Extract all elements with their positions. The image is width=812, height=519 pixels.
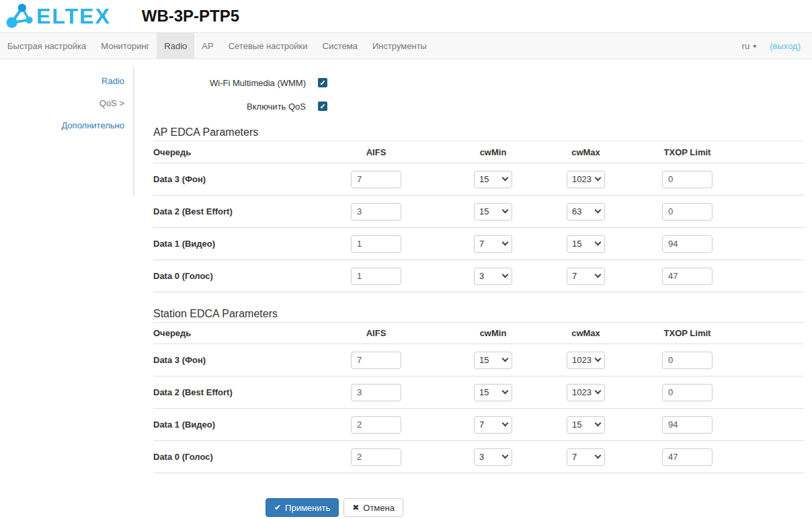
station-edca-table: Очередь AIFS cwMin cwMax TXOP Limit Data… bbox=[153, 323, 804, 473]
cwmax-select[interactable]: 15 bbox=[567, 235, 605, 253]
tab-tools[interactable]: Инструменты bbox=[365, 33, 434, 58]
station-edca-title: Station EDCA Parameters bbox=[153, 308, 804, 323]
tab-quick-setup[interactable]: Быстрая настройка bbox=[0, 33, 93, 58]
logout-link[interactable]: (выход) bbox=[770, 41, 801, 51]
aifs-input[interactable] bbox=[351, 416, 401, 434]
txop-input[interactable] bbox=[662, 384, 713, 401]
tab-system[interactable]: Система bbox=[315, 33, 365, 58]
aifs-input[interactable] bbox=[351, 171, 401, 188]
chevron-down-icon bbox=[595, 272, 602, 278]
txop-input[interactable] bbox=[662, 171, 713, 188]
tab-ap[interactable]: AP bbox=[194, 33, 220, 58]
wmm-checkbox[interactable]: ✓ bbox=[318, 78, 327, 87]
cwmax-select[interactable]: 15 bbox=[567, 416, 605, 434]
tab-radio[interactable]: Radio bbox=[157, 33, 194, 58]
tab-monitoring[interactable]: Мониторинг bbox=[93, 33, 157, 58]
cwmin-select[interactable]: 7 bbox=[474, 235, 512, 253]
table-row: Data 3 (Фон) 15 1023 bbox=[153, 163, 804, 196]
col-header-txop: TXOP Limit bbox=[662, 147, 713, 157]
queue-label: Data 2 (Best Effort) bbox=[153, 387, 351, 397]
table-header-row: Очередь AIFS cwMin cwMax TXOP Limit bbox=[153, 323, 804, 344]
wmm-label: Wi-Fi Multimedia (WMM) bbox=[153, 78, 306, 88]
nav-right: ru ▾ (выход) bbox=[742, 33, 812, 58]
table-row: Data 1 (Видео) 7 15 bbox=[153, 409, 804, 441]
eltex-logo[interactable]: ELTEX bbox=[5, 3, 111, 30]
language-dropdown[interactable]: ru ▾ bbox=[742, 41, 757, 51]
eltex-molecule-icon bbox=[5, 3, 35, 30]
aifs-input[interactable] bbox=[351, 268, 401, 285]
queue-label: Data 1 (Видео) bbox=[153, 420, 351, 430]
table-row: Data 1 (Видео) 7 15 bbox=[153, 228, 804, 260]
aifs-input[interactable] bbox=[351, 352, 401, 369]
cwmin-select[interactable]: 15 bbox=[474, 384, 512, 401]
wmm-row: Wi-Fi Multimedia (WMM) ✓ bbox=[153, 75, 804, 91]
chevron-down-icon bbox=[502, 239, 509, 246]
apply-button[interactable]: ✔ Применить bbox=[266, 498, 339, 517]
txop-input[interactable] bbox=[662, 235, 713, 253]
cwmin-select[interactable]: 3 bbox=[474, 268, 512, 285]
cross-icon: ✖ bbox=[352, 503, 359, 512]
language-value: ru bbox=[742, 41, 750, 51]
sidebar-item-advanced[interactable]: Дополнительно bbox=[0, 120, 124, 129]
aifs-input[interactable] bbox=[351, 384, 401, 401]
action-buttons: ✔ Применить ✖ Отмена bbox=[266, 498, 804, 517]
txop-input[interactable] bbox=[662, 416, 713, 434]
aifs-input[interactable] bbox=[351, 235, 401, 253]
aifs-input[interactable] bbox=[351, 448, 401, 466]
txop-input[interactable] bbox=[662, 268, 713, 285]
chevron-down-icon bbox=[595, 175, 602, 182]
sidebar-item-qos[interactable]: QoS > bbox=[0, 98, 124, 107]
cwmin-select[interactable]: 3 bbox=[474, 448, 512, 466]
chevron-down-icon bbox=[595, 356, 602, 362]
txop-input[interactable] bbox=[662, 448, 713, 466]
qos-enable-row: Включить QoS ✓ bbox=[153, 98, 804, 114]
main-navbar: Быстрая настройка Мониторинг Radio AP Се… bbox=[0, 32, 812, 59]
col-header-cwmin: cwMin bbox=[474, 328, 512, 338]
cwmax-select[interactable]: 1023 bbox=[567, 352, 605, 369]
table-row: Data 0 (Голос) 3 7 bbox=[153, 441, 804, 473]
col-header-queue: Очередь bbox=[153, 147, 351, 157]
table-row: Data 2 (Best Effort) 15 63 bbox=[153, 196, 804, 228]
sidebar: Radio QoS > Дополнительно bbox=[0, 59, 134, 143]
tab-network-settings[interactable]: Сетевые настройки bbox=[221, 33, 315, 58]
chevron-down-icon bbox=[502, 452, 509, 459]
col-header-cwmax: cwMax bbox=[567, 147, 605, 157]
ap-edca-table: Очередь AIFS cwMin cwMax TXOP Limit Data… bbox=[153, 141, 804, 292]
table-header-row: Очередь AIFS cwMin cwMax TXOP Limit bbox=[153, 141, 804, 163]
qos-enable-checkbox[interactable]: ✓ bbox=[318, 102, 327, 111]
cwmax-select[interactable]: 1023 bbox=[567, 384, 605, 401]
table-row: Data 2 (Best Effort) 15 1023 bbox=[153, 376, 804, 409]
cwmax-select[interactable]: 7 bbox=[567, 268, 605, 285]
cwmax-select[interactable]: 7 bbox=[567, 448, 605, 466]
cwmin-select[interactable]: 7 bbox=[474, 416, 512, 434]
chevron-down-icon bbox=[595, 452, 602, 459]
col-header-aifs: AIFS bbox=[351, 147, 401, 157]
col-header-aifs: AIFS bbox=[351, 328, 401, 338]
cancel-button[interactable]: ✖ Отмена bbox=[343, 498, 403, 517]
top-bar: ELTEX WB-3P-PTP5 bbox=[0, 0, 812, 32]
queue-label: Data 3 (Фон) bbox=[153, 355, 351, 365]
nav-tabs: Быстрая настройка Мониторинг Radio AP Се… bbox=[0, 33, 434, 58]
cwmax-select[interactable]: 63 bbox=[567, 203, 605, 221]
device-title: WB-3P-PTP5 bbox=[142, 7, 239, 26]
cwmin-select[interactable]: 15 bbox=[474, 352, 512, 369]
cwmin-select[interactable]: 15 bbox=[474, 171, 512, 188]
cwmin-select[interactable]: 15 bbox=[474, 203, 512, 221]
txop-input[interactable] bbox=[662, 203, 713, 221]
queue-label: Data 0 (Голос) bbox=[153, 271, 351, 281]
chevron-down-icon bbox=[502, 420, 509, 427]
content-area: Radio QoS > Дополнительно Wi-Fi Multimed… bbox=[0, 59, 812, 519]
chevron-down-icon bbox=[595, 239, 602, 246]
txop-input[interactable] bbox=[662, 352, 713, 369]
ap-edca-title: AP EDCA Parameters bbox=[153, 126, 804, 141]
qos-enable-label: Включить QoS bbox=[153, 102, 306, 112]
chevron-down-icon bbox=[595, 420, 602, 427]
table-row: Data 3 (Фон) 15 1023 bbox=[153, 344, 804, 376]
cwmax-select[interactable]: 1023 bbox=[567, 171, 605, 188]
queue-label: Data 2 (Best Effort) bbox=[153, 206, 351, 216]
sidebar-item-radio[interactable]: Radio bbox=[0, 76, 124, 85]
logo-text: ELTEX bbox=[36, 5, 111, 27]
chevron-down-icon bbox=[595, 207, 602, 214]
queue-label: Data 0 (Голос) bbox=[153, 452, 351, 462]
aifs-input[interactable] bbox=[351, 203, 401, 221]
